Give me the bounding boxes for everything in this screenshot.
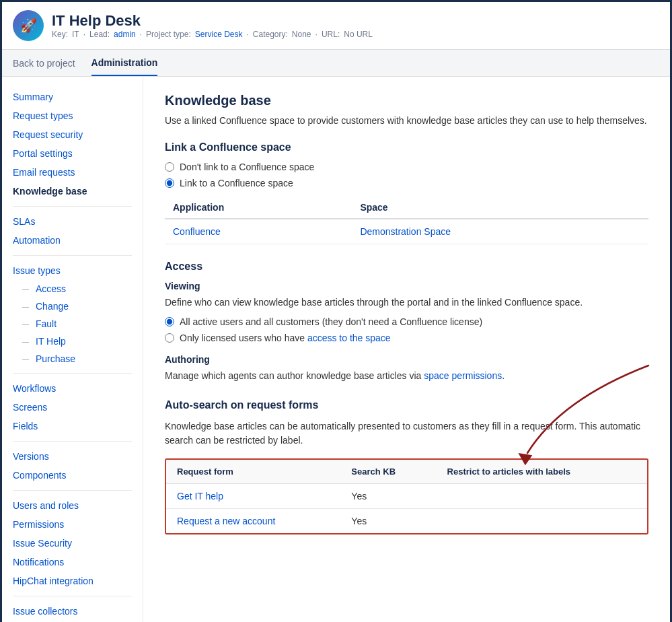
sidebar-item-slas[interactable]: SLAs <box>2 212 143 231</box>
radio-all-users[interactable]: All active users and all customers (they… <box>165 316 648 327</box>
sidebar-item-automation[interactable]: Automation <box>2 231 143 250</box>
search-kb-val-2: Yes <box>340 509 436 534</box>
link-confluence-section: Link a Confluence space Don't link to a … <box>165 141 648 244</box>
radio-link[interactable]: Link to a Confluence space <box>165 178 648 188</box>
sidebar-item-request-security[interactable]: Request security <box>2 125 143 144</box>
table-row: Request a new account Yes <box>166 509 647 534</box>
sidebar-item-notifications[interactable]: Notifications <box>2 553 143 572</box>
licensed-label: Only licensed users who have access to t… <box>180 333 391 343</box>
all-users-label: All active users and all customers (they… <box>180 316 482 327</box>
auto-search-table-box: Request form Search KB Restrict to artic… <box>165 458 648 534</box>
sidebar-divider-5 <box>13 490 132 491</box>
key-label: Key: <box>52 30 68 39</box>
space-permissions-link[interactable]: space permissions <box>424 370 502 381</box>
sidebar-item-it-help[interactable]: IT Help <box>2 333 143 350</box>
sidebar-item-portal-settings[interactable]: Portal settings <box>2 144 143 163</box>
authoring-desc: Manage which agents can author knowledge… <box>165 369 648 383</box>
sidebar-item-access[interactable]: Access <box>2 280 143 298</box>
main-content: Knowledge base Use a linked Confluence s… <box>143 77 670 622</box>
auto-search-title: Auto-search on request forms <box>165 399 648 411</box>
auto-search-desc: Knowledge base articles can be automatic… <box>165 419 648 448</box>
sidebar-item-users-roles[interactable]: Users and roles <box>2 496 143 515</box>
header-title-block: IT Help Desk Key: IT · Lead: admin · Pro… <box>52 12 373 39</box>
sidebar-item-issue-collectors[interactable]: Issue collectors <box>2 602 143 621</box>
demonstration-space-link[interactable]: Demonstration Space <box>360 226 451 237</box>
yes-link-label: Link to a Confluence space <box>180 178 293 188</box>
back-to-project-link[interactable]: Back to project <box>13 51 75 75</box>
col-request-form: Request form <box>166 460 340 484</box>
restrict-val-2 <box>437 509 647 534</box>
col-search-kb: Search KB <box>340 460 436 484</box>
sidebar-item-issue-types[interactable]: Issue types <box>2 261 143 280</box>
page-title: Knowledge base <box>165 93 648 108</box>
authoring-label: Authoring <box>165 354 648 365</box>
all-users-radio[interactable] <box>165 317 174 326</box>
viewing-desc: Define who can view knowledge base artic… <box>165 296 648 310</box>
app-title: IT Help Desk <box>52 12 373 30</box>
licensed-radio[interactable] <box>165 333 174 343</box>
link-confluence-title: Link a Confluence space <box>165 141 648 153</box>
sidebar-item-fields[interactable]: Fields <box>2 417 143 436</box>
sidebar: Summary Request types Request security P… <box>2 77 143 622</box>
lead-label: Lead: <box>89 30 110 39</box>
project-type-label: Project type: <box>146 30 191 39</box>
sidebar-divider-3 <box>13 373 132 374</box>
page-description: Use a linked Confluence space to provide… <box>165 114 648 128</box>
sidebar-item-request-types[interactable]: Request types <box>2 106 143 125</box>
sidebar-item-workflows[interactable]: Workflows <box>2 379 143 398</box>
layout: Summary Request types Request security P… <box>2 77 670 622</box>
col-restrict-labels: Restrict to articles with labels <box>437 460 647 484</box>
confluence-app-link[interactable]: Confluence <box>173 226 221 237</box>
confluence-table: Application Space Confluence Demonstrati… <box>165 197 648 244</box>
viewing-label: Viewing <box>165 281 648 291</box>
project-type-link[interactable]: Service Desk <box>195 30 243 39</box>
restrict-val-1 <box>437 484 647 509</box>
category-value: None <box>292 30 311 39</box>
sidebar-item-screens[interactable]: Screens <box>2 398 143 417</box>
access-section-title: Access <box>165 261 648 273</box>
radio-licensed[interactable]: Only licensed users who have access to t… <box>165 333 648 343</box>
sidebar-divider-4 <box>13 441 132 442</box>
url-label: URL: <box>322 30 340 39</box>
sidebar-item-change[interactable]: Change <box>2 298 143 315</box>
sidebar-item-components[interactable]: Components <box>2 466 143 485</box>
key-value: IT <box>72 30 79 39</box>
sidebar-item-summary[interactable]: Summary <box>2 88 143 106</box>
sidebar-divider-2 <box>13 255 132 256</box>
app-logo: 🚀 <box>13 10 44 41</box>
url-value: No URL <box>344 30 373 39</box>
sidebar-item-purchase[interactable]: Purchase <box>2 350 143 368</box>
get-it-help-link[interactable]: Get IT help <box>177 491 223 502</box>
category-label: Category: <box>253 30 288 39</box>
no-link-radio[interactable] <box>165 162 174 172</box>
table-row: Get IT help Yes <box>166 484 647 509</box>
request-new-account-link[interactable]: Request a new account <box>177 516 275 526</box>
access-space-link[interactable]: access to the space <box>307 333 391 343</box>
administration-link[interactable]: Administration <box>91 50 158 76</box>
header: 🚀 IT Help Desk Key: IT · Lead: admin · P… <box>2 2 670 50</box>
sidebar-item-permissions[interactable]: Permissions <box>2 515 143 534</box>
table-col-application: Application <box>165 197 352 219</box>
sidebar-item-versions[interactable]: Versions <box>2 447 143 466</box>
sidebar-item-knowledge-base[interactable]: Knowledge base <box>2 182 143 201</box>
sidebar-item-issue-security[interactable]: Issue Security <box>2 534 143 553</box>
navbar: Back to project Administration <box>2 50 670 77</box>
access-section: Access Viewing Define who can view knowl… <box>165 261 648 383</box>
no-link-label: Don't link to a Confluence space <box>180 162 314 172</box>
sidebar-item-email-requests[interactable]: Email requests <box>2 163 143 182</box>
search-kb-val-1: Yes <box>340 484 436 509</box>
sidebar-item-fault[interactable]: Fault <box>2 315 143 333</box>
table-row: Confluence Demonstration Space <box>165 219 648 244</box>
auto-search-section: Auto-search on request forms Knowledge b… <box>165 399 648 534</box>
sidebar-divider-1 <box>13 206 132 207</box>
header-meta: Key: IT · Lead: admin · Project type: Se… <box>52 30 373 39</box>
logo-icon: 🚀 <box>20 18 37 34</box>
table-col-space: Space <box>352 197 648 219</box>
sidebar-item-hipchat[interactable]: HipChat integration <box>2 572 143 590</box>
radio-no-link[interactable]: Don't link to a Confluence space <box>165 162 648 172</box>
lead-link[interactable]: admin <box>114 30 136 39</box>
yes-link-radio[interactable] <box>165 178 174 188</box>
sidebar-divider-6 <box>13 596 132 596</box>
auto-search-table: Request form Search KB Restrict to artic… <box>166 460 647 533</box>
